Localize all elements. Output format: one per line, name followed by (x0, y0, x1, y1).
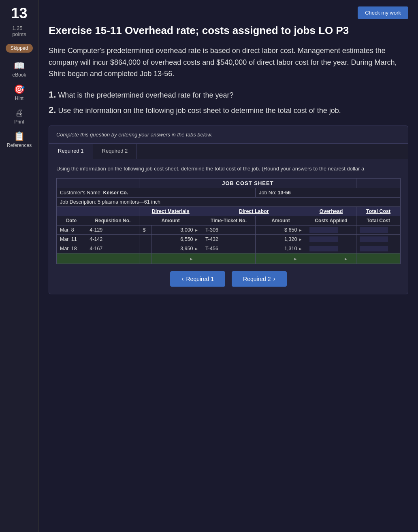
sidebar-item-ebook[interactable]: 📖 eBook (12, 61, 26, 78)
question-2: 2. Use the information on the following … (49, 102, 408, 117)
dm-amount-2: 6,550 ► (151, 235, 202, 244)
date-1: Mar. 8 (57, 226, 86, 235)
next-button[interactable]: Required 2 › (232, 271, 287, 287)
total-cost-3[interactable] (356, 244, 401, 253)
bottom-navigation: ‹ Required 1 Required 2 › (56, 271, 401, 287)
overhead-3[interactable] (306, 244, 356, 253)
col-total-cost: Total Cost (356, 216, 401, 226)
table-row: Mar. 11 4-142 6,550 ► T-432 1,320 ► (57, 235, 401, 244)
overhead-total-input[interactable] (314, 256, 343, 262)
hint-icon: 🎯 (14, 84, 25, 95)
overhead-input-1[interactable] (309, 227, 338, 233)
tab-bar: Required 1 Required 2 (49, 144, 408, 159)
overhead-input-3[interactable] (309, 246, 338, 251)
status-badge: Skipped (6, 44, 33, 53)
main-content: Check my work Exercise 15-11 Overhead ra… (39, 0, 418, 532)
req-no-1: 4-129 (86, 226, 139, 235)
card-instructions: Complete this question by entering your … (49, 126, 408, 144)
check-my-work-button[interactable]: Check my work (358, 6, 408, 19)
sidebar-item-references[interactable]: 📋 References (7, 131, 32, 148)
jcs-title: JOB COST SHEET (139, 179, 356, 188)
total-cost-input-2[interactable] (360, 236, 388, 242)
tab-required-2[interactable]: Required 2 (93, 144, 137, 159)
dm-total-input[interactable] (160, 256, 188, 262)
date-2: Mar. 11 (57, 235, 86, 244)
question-list: 1. What is the predetermined overhead ra… (49, 87, 408, 117)
jcs-title-row: JOB COST SHEET (57, 179, 401, 188)
exercise-body: Shire Computer's predetermined overhead … (49, 45, 408, 80)
dm-group-header: Direct Materials (139, 207, 202, 216)
points-value: 1.25 points (12, 25, 26, 37)
total-cost-input-3[interactable] (360, 246, 388, 251)
overhead-1[interactable] (306, 226, 356, 235)
problem-number: 13 (11, 5, 27, 22)
exercise-title: Exercise 15-11 Overhead rate; costs assi… (49, 24, 408, 38)
tt-no-2: T-432 (202, 235, 255, 244)
sidebar-item-hint[interactable]: 🎯 Hint (14, 84, 25, 101)
tab-content: Using the information on the following j… (49, 159, 408, 294)
sidebar-item-label: Hint (15, 96, 23, 101)
tt-no-1: T-306 (202, 226, 255, 235)
dl-amount-1: $ 650 ► (256, 226, 306, 235)
dl-amount-3: 1,310 ► (256, 244, 306, 253)
sidebar-item-label: Print (14, 119, 24, 125)
col-dm-amount: Amount (139, 216, 202, 226)
ebook-icon: 📖 (14, 61, 25, 71)
customer-info: Customer's Name: Keiser Co. (57, 188, 256, 198)
question-1: 1. What is the predetermined overhead ra… (49, 87, 408, 102)
table-row: Mar. 8 4-129 $ 3,000 ► T-306 $ 650 ► (57, 226, 401, 235)
dm-dollar-2 (139, 235, 151, 244)
prev-chevron-icon: ‹ (181, 275, 183, 283)
total-cost-1[interactable] (356, 226, 401, 235)
totals-row: ► ► ► (57, 253, 401, 264)
total-cost-group-header: Total Cost (356, 207, 401, 216)
overhead-2[interactable] (306, 235, 356, 244)
jcs-customer-row: Customer's Name: Keiser Co. Job No: 13-5… (57, 188, 401, 198)
req-no-2: 4-142 (86, 235, 139, 244)
col-overhead-costs: Costs Applied (306, 216, 356, 226)
references-icon: 📋 (14, 131, 25, 142)
total-cost-total-input[interactable] (360, 256, 388, 262)
job-cost-sheet: JOB COST SHEET Customer's Name: Keiser C… (56, 178, 401, 264)
total-cost-2[interactable] (356, 235, 401, 244)
date-3: Mar. 18 (57, 244, 86, 253)
dm-amount-3: 3,950 ► (151, 244, 202, 253)
tab-instructions: Using the information on the following j… (56, 165, 401, 173)
jcs-jobdesc-row: Job Description: 5 plasma monitors—61 in… (57, 198, 401, 207)
job-desc-info: Job Description: 5 plasma monitors—61 in… (57, 198, 401, 207)
dm-dollar-3 (139, 244, 151, 253)
tt-no-3: T-456 (202, 244, 255, 253)
tab-required-1[interactable]: Required 1 (49, 144, 93, 159)
overhead-input-2[interactable] (309, 236, 338, 242)
jcs-wrapper: JOB COST SHEET Customer's Name: Keiser C… (56, 178, 401, 264)
sidebar-item-print[interactable]: 🖨 Print (14, 108, 24, 125)
sidebar-item-label: eBook (12, 72, 26, 78)
dm-dollar-1: $ (139, 226, 151, 235)
answer-card: Complete this question by entering your … (49, 126, 408, 295)
req-no-3: 4-167 (86, 244, 139, 253)
jcs-group-header-row: Direct Materials Direct Labor Overhead T… (57, 207, 401, 216)
prev-button[interactable]: ‹ Required 1 (170, 271, 225, 287)
col-dl-amount: Amount (256, 216, 306, 226)
job-no-info: Job No: 13-56 (256, 188, 401, 198)
table-row: Mar. 18 4-167 3,950 ► T-456 1,310 ► (57, 244, 401, 253)
dl-total-input[interactable] (264, 256, 292, 262)
next-chevron-icon: › (273, 275, 275, 283)
jcs-sub-header-row: Date Requisition No. Amount Time-Ticket … (57, 216, 401, 226)
col-date: Date (57, 216, 86, 226)
col-tt-no: Time-Ticket No. (202, 216, 255, 226)
top-bar: Check my work (49, 6, 408, 19)
sidebar: 13 1.25 points Skipped 📖 eBook 🎯 Hint 🖨 … (0, 0, 39, 532)
dl-amount-2: 1,320 ► (256, 235, 306, 244)
total-cost-input-1[interactable] (360, 227, 388, 233)
dl-group-header: Direct Labor (202, 207, 306, 216)
print-icon: 🖨 (15, 108, 24, 118)
col-req-no: Requisition No. (86, 216, 139, 226)
overhead-group-header: Overhead (306, 207, 356, 216)
sidebar-item-label: References (7, 143, 32, 148)
dm-amount-1: 3,000 ► (151, 226, 202, 235)
